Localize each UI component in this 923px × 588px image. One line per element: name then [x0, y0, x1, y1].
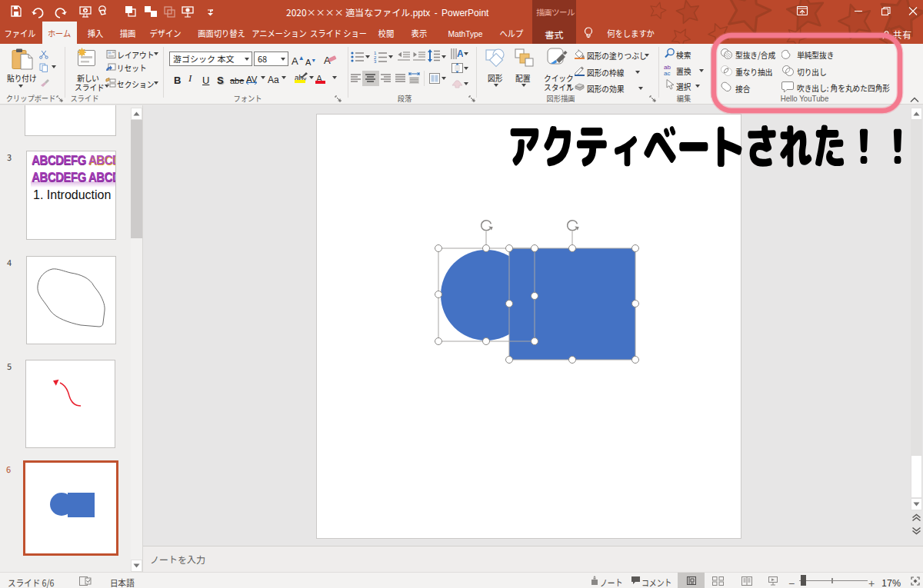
svg-text:ac: ac — [664, 70, 670, 75]
svg-text:3: 3 — [374, 59, 377, 63]
svg-text:A: A — [457, 48, 463, 59]
svg-text:アクティベートされた！！: アクティベートされた！！ — [507, 115, 915, 173]
